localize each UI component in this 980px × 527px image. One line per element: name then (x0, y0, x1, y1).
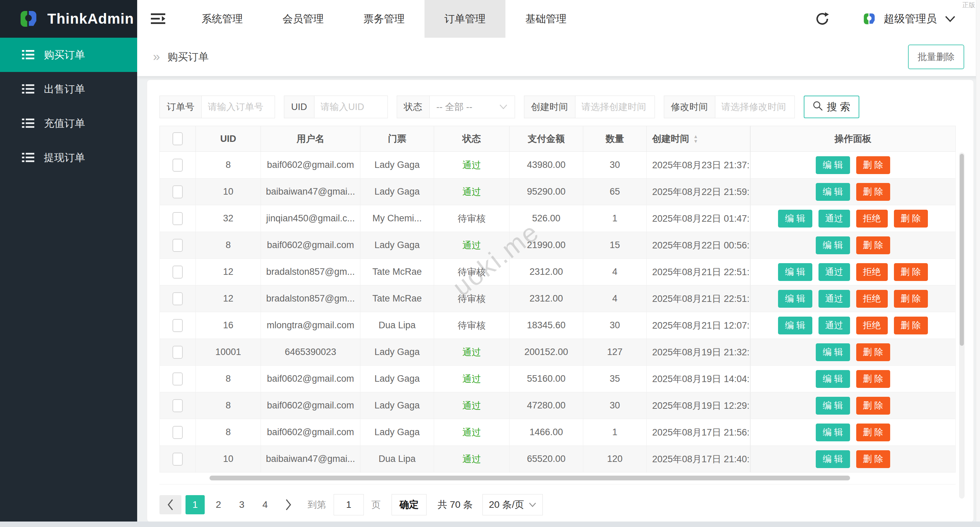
sidebar-item-label: 购买订单 (44, 48, 85, 62)
approve-button[interactable]: 通过 (818, 263, 850, 281)
reject-button[interactable]: 拒绝 (856, 317, 888, 335)
filter-select-status[interactable]: -- 全部 -- (429, 95, 515, 118)
edit-button[interactable]: 编 辑 (816, 424, 850, 441)
delete-button[interactable]: 删 除 (856, 183, 890, 201)
row-checkbox[interactable] (172, 346, 183, 359)
edit-button[interactable]: 编 辑 (778, 263, 812, 281)
delete-button[interactable]: 删 除 (894, 263, 928, 281)
uid-cell: 12 (196, 286, 261, 312)
row-checkbox[interactable] (172, 159, 183, 171)
sidebar-item-出售订单[interactable]: 出售订单 (0, 72, 137, 106)
next-page-button[interactable] (279, 495, 298, 514)
amount-cell: 43980.00 (509, 152, 583, 178)
row-checkbox[interactable] (172, 452, 183, 466)
search-icon (813, 101, 823, 111)
page-button-4[interactable]: 4 (255, 495, 275, 514)
row-checkbox[interactable] (172, 399, 183, 412)
nav-tab-会员管理[interactable]: 会员管理 (262, 0, 344, 38)
filter-input-uid[interactable] (314, 95, 388, 118)
row-checkbox[interactable] (172, 292, 183, 305)
edit-button[interactable]: 编 辑 (816, 156, 850, 174)
delete-button[interactable]: 删 除 (856, 424, 890, 441)
license-badge: 正版 (962, 1, 975, 10)
sidebar-item-充值订单[interactable]: 充值订单 (0, 106, 137, 140)
search-button[interactable]: 搜 索 (804, 95, 859, 118)
username-cell: jinqian450@gmail.c... (261, 205, 360, 232)
nav-tab-订单管理[interactable]: 订单管理 (425, 0, 506, 38)
created-time-cell: 2025年08月22日 01:47: (647, 205, 750, 232)
nav-tab-票务管理[interactable]: 票务管理 (344, 0, 425, 38)
refresh-icon[interactable] (815, 12, 829, 26)
row-checkbox-cell (160, 312, 196, 338)
edit-button[interactable]: 编 辑 (778, 317, 812, 335)
sidebar-item-购买订单[interactable]: 购买订单 (0, 38, 137, 72)
column-header-label: 用户名 (297, 133, 325, 145)
filter-input-orderno[interactable] (201, 95, 275, 118)
page-vertical-scrollbar[interactable] (976, 0, 980, 527)
page-button-2[interactable]: 2 (209, 495, 228, 514)
row-checkbox[interactable] (172, 373, 183, 386)
goto-page-input[interactable] (334, 494, 364, 515)
collapse-menu-icon[interactable] (151, 12, 167, 25)
delete-button[interactable]: 删 除 (894, 317, 928, 335)
sidebar-menu: 购买订单出售订单充值订单提现订单 (0, 38, 137, 175)
edit-button[interactable]: 编 辑 (778, 210, 812, 227)
delete-button[interactable]: 删 除 (894, 210, 928, 227)
nav-tab-系统管理[interactable]: 系统管理 (182, 0, 262, 38)
reject-button[interactable]: 拒绝 (856, 210, 888, 227)
filter-input-ctime[interactable] (575, 95, 655, 118)
row-checkbox[interactable] (172, 239, 183, 252)
status-cell: 待审核 (434, 259, 509, 285)
prev-page-button[interactable] (159, 495, 181, 514)
amount-cell: 526.00 (509, 205, 583, 232)
nav-tab-基础管理[interactable]: 基础管理 (506, 0, 586, 38)
edit-button[interactable]: 编 辑 (816, 237, 850, 254)
sort-asc-icon[interactable]: ▲ (693, 134, 698, 139)
edit-button[interactable]: 编 辑 (816, 450, 850, 468)
page-size-select[interactable]: 20 条/页 (482, 494, 543, 515)
edit-button[interactable]: 编 辑 (816, 370, 850, 388)
row-checkbox[interactable] (172, 426, 183, 439)
delete-button[interactable]: 删 除 (856, 370, 890, 388)
bulk-delete-button[interactable]: 批量删除 (908, 44, 964, 69)
edit-button[interactable]: 编 辑 (816, 183, 850, 201)
table-row: 10baibaiwan47@gmai...Lady Gaga通过95290.00… (159, 179, 956, 205)
delete-button[interactable]: 删 除 (856, 343, 890, 361)
reject-button[interactable]: 拒绝 (856, 290, 888, 308)
page-button-1[interactable]: 1 (186, 495, 205, 514)
page-horizontal-scrollbar[interactable] (0, 522, 980, 527)
edit-button[interactable]: 编 辑 (778, 290, 812, 308)
uid-cell: 8 (196, 232, 261, 258)
horizontal-scrollbar-thumb[interactable] (210, 476, 850, 480)
filter-input-mtime[interactable] (715, 95, 795, 118)
row-checkbox[interactable] (172, 319, 183, 332)
row-checkbox[interactable] (172, 212, 183, 225)
edit-button[interactable]: 编 辑 (816, 397, 850, 414)
delete-button[interactable]: 删 除 (894, 290, 928, 308)
page-title: 购买订单 (168, 50, 209, 64)
delete-button[interactable]: 删 除 (856, 450, 890, 468)
vertical-scrollbar (959, 152, 964, 498)
table-header: UID用户名门票状态支付金额数量创建时间▲▼操作面板 (159, 126, 956, 152)
sort-icon[interactable]: ▲▼ (693, 134, 698, 144)
row-checkbox[interactable] (172, 186, 183, 198)
vertical-scrollbar-thumb[interactable] (960, 154, 964, 346)
edit-button[interactable]: 编 辑 (816, 343, 850, 361)
row-checkbox[interactable] (172, 265, 183, 279)
page-button-3[interactable]: 3 (232, 495, 251, 514)
goto-confirm-button[interactable]: 确定 (391, 494, 426, 515)
user-menu[interactable]: 超级管理员 (862, 12, 956, 26)
reject-button[interactable]: 拒绝 (856, 263, 888, 281)
sidebar-item-提现订单[interactable]: 提现订单 (0, 140, 137, 175)
delete-button[interactable]: 删 除 (856, 156, 890, 174)
status-cell: 待审核 (434, 312, 509, 338)
filter-bar: 订单号UID状态-- 全部 --创建时间修改时间搜 索 (159, 95, 974, 118)
delete-button[interactable]: 删 除 (856, 397, 890, 414)
sort-desc-icon[interactable]: ▼ (693, 139, 698, 144)
select-all-checkbox[interactable] (172, 132, 183, 145)
approve-button[interactable]: 通过 (818, 290, 850, 308)
approve-button[interactable]: 通过 (818, 210, 850, 227)
quantity-cell: 30 (583, 312, 647, 338)
approve-button[interactable]: 通过 (818, 317, 850, 335)
delete-button[interactable]: 删 除 (856, 237, 890, 254)
